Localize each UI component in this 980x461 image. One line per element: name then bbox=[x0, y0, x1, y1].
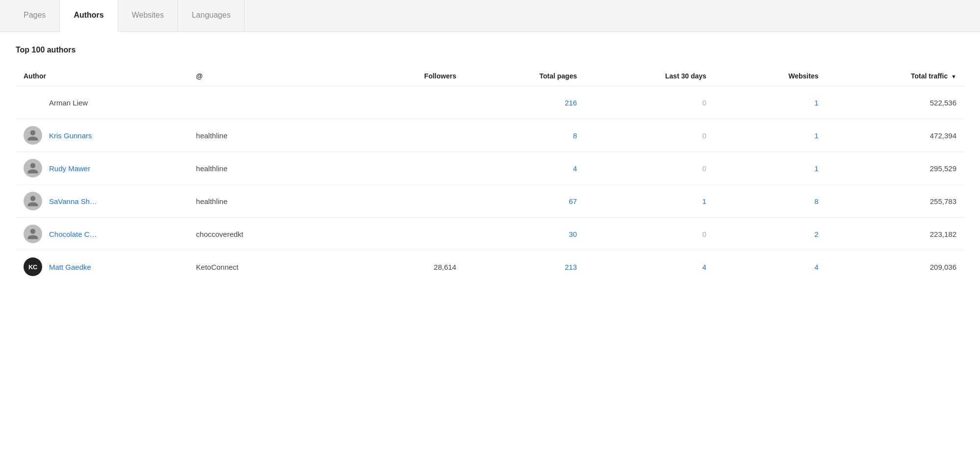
cell-last30: 0 bbox=[585, 119, 714, 152]
cell-websites[interactable]: 4 bbox=[714, 251, 827, 283]
cell-followers: 28,614 bbox=[343, 251, 464, 283]
cell-at: healthline bbox=[188, 185, 344, 218]
author-name[interactable]: Matt Gaedke bbox=[49, 263, 91, 271]
cell-total-pages[interactable]: 216 bbox=[464, 86, 585, 119]
author-name[interactable]: Chocolate C… bbox=[49, 230, 97, 238]
author-name[interactable]: Rudy Mawer bbox=[49, 164, 90, 173]
avatar bbox=[24, 225, 42, 243]
table-header-row: Author @ Followers Total pages Last 30 d… bbox=[16, 66, 964, 86]
cell-followers bbox=[343, 119, 464, 152]
cell-at: healthline bbox=[188, 152, 344, 185]
cell-total-pages[interactable]: 30 bbox=[464, 218, 585, 251]
cell-last30[interactable]: 4 bbox=[585, 251, 714, 283]
cell-followers bbox=[343, 185, 464, 218]
cell-websites[interactable]: 8 bbox=[714, 185, 827, 218]
cell-websites[interactable]: 1 bbox=[714, 119, 827, 152]
table-row: KCMatt GaedkeKetoConnect28,61421344209,0… bbox=[16, 251, 964, 283]
author-name: Arman Liew bbox=[49, 99, 88, 107]
cell-followers bbox=[343, 86, 464, 119]
table-body: Arman Liew21601522,536 Kris Gunnarshealt… bbox=[16, 86, 964, 283]
content-area: Top 100 authors Author @ Followers Total… bbox=[0, 32, 980, 297]
cell-total-traffic: 295,529 bbox=[827, 152, 965, 185]
col-header-total-traffic[interactable]: Total traffic ▼ bbox=[827, 66, 965, 86]
cell-last30: 0 bbox=[585, 218, 714, 251]
author-name[interactable]: Kris Gunnars bbox=[49, 131, 92, 140]
cell-at bbox=[188, 86, 344, 119]
authors-table: Author @ Followers Total pages Last 30 d… bbox=[16, 66, 964, 283]
cell-total-traffic: 255,783 bbox=[827, 185, 965, 218]
tab-authors[interactable]: Authors bbox=[60, 0, 118, 32]
avatar bbox=[24, 126, 42, 145]
cell-total-traffic: 472,394 bbox=[827, 119, 965, 152]
table-row: Kris Gunnarshealthline801472,394 bbox=[16, 119, 964, 152]
cell-followers bbox=[343, 152, 464, 185]
cell-author: Rudy Mawer bbox=[16, 152, 188, 185]
cell-websites[interactable]: 1 bbox=[714, 86, 827, 119]
avatar bbox=[24, 192, 42, 210]
sort-arrow-icon: ▼ bbox=[951, 74, 956, 79]
cell-at: KetoConnect bbox=[188, 251, 344, 283]
tab-pages[interactable]: Pages bbox=[10, 0, 60, 32]
tab-websites[interactable]: Websites bbox=[118, 0, 178, 32]
cell-total-pages[interactable]: 67 bbox=[464, 185, 585, 218]
avatar bbox=[24, 159, 42, 178]
cell-author: Chocolate C… bbox=[16, 218, 188, 251]
table-row: Chocolate C…choccoveredkt3002223,182 bbox=[16, 218, 964, 251]
avatar-logo: KC bbox=[24, 257, 42, 276]
cell-websites[interactable]: 2 bbox=[714, 218, 827, 251]
col-header-websites: Websites bbox=[714, 66, 827, 86]
col-header-total-pages: Total pages bbox=[464, 66, 585, 86]
cell-at: choccoveredkt bbox=[188, 218, 344, 251]
cell-last30[interactable]: 1 bbox=[585, 185, 714, 218]
cell-last30: 0 bbox=[585, 86, 714, 119]
cell-last30: 0 bbox=[585, 152, 714, 185]
col-header-at: @ bbox=[188, 66, 344, 86]
col-header-followers: Followers bbox=[343, 66, 464, 86]
cell-total-pages[interactable]: 8 bbox=[464, 119, 585, 152]
cell-total-traffic: 223,182 bbox=[827, 218, 965, 251]
cell-websites[interactable]: 1 bbox=[714, 152, 827, 185]
tab-languages[interactable]: Languages bbox=[178, 0, 245, 32]
cell-author: SaVanna Sh… bbox=[16, 185, 188, 218]
cell-total-pages[interactable]: 4 bbox=[464, 152, 585, 185]
tab-bar: Pages Authors Websites Languages bbox=[0, 0, 980, 32]
cell-author: Arman Liew bbox=[16, 86, 188, 119]
table-row: Rudy Mawerhealthline401295,529 bbox=[16, 152, 964, 185]
main-container: Pages Authors Websites Languages Top 100… bbox=[0, 0, 980, 461]
table-row: Arman Liew21601522,536 bbox=[16, 86, 964, 119]
cell-total-traffic: 209,036 bbox=[827, 251, 965, 283]
cell-total-traffic: 522,536 bbox=[827, 86, 965, 119]
table-row: SaVanna Sh…healthline6718255,783 bbox=[16, 185, 964, 218]
author-name[interactable]: SaVanna Sh… bbox=[49, 197, 97, 205]
section-title: Top 100 authors bbox=[16, 46, 964, 54]
cell-at: healthline bbox=[188, 119, 344, 152]
col-header-last30: Last 30 days bbox=[585, 66, 714, 86]
col-header-author: Author bbox=[16, 66, 188, 86]
cell-author: KCMatt Gaedke bbox=[16, 251, 188, 283]
cell-total-pages[interactable]: 213 bbox=[464, 251, 585, 283]
cell-followers bbox=[343, 218, 464, 251]
cell-author: Kris Gunnars bbox=[16, 119, 188, 152]
